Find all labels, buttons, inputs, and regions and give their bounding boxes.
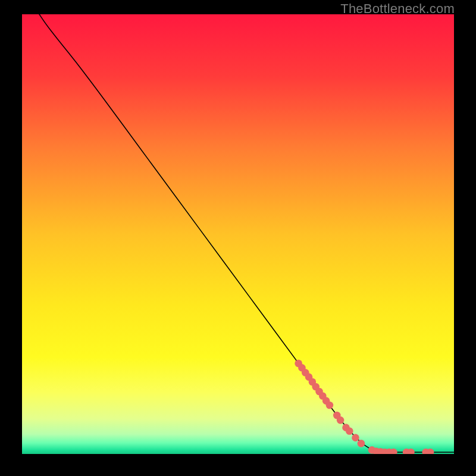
data-marker [358,440,365,447]
gradient-background [22,14,454,454]
chart-container: TheBottleneck.com [0,0,476,476]
data-marker [337,416,345,424]
data-marker [352,434,359,441]
data-marker [346,427,353,435]
data-marker [326,402,334,409]
bottleneck-chart [22,14,454,454]
